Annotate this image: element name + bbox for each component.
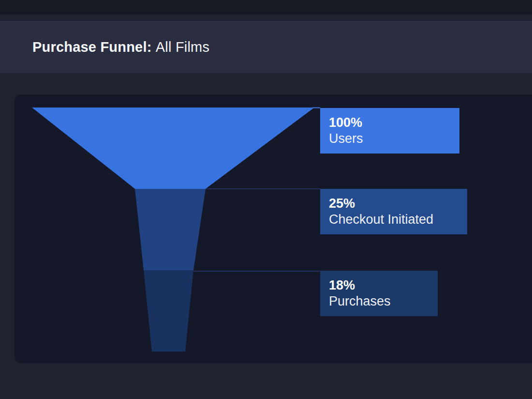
stage-percent: 25%: [329, 196, 458, 212]
stage-name: Purchases: [329, 293, 429, 309]
funnel-segment-checkout-initiated[interactable]: [135, 189, 206, 270]
stage-name: Users: [329, 131, 451, 147]
funnel-label-users[interactable]: 100% Users: [320, 108, 459, 153]
stage-name: Checkout Initiated: [329, 212, 458, 228]
funnel-label-checkout-initiated[interactable]: 25% Checkout Initiated: [320, 189, 467, 234]
stage-percent: 100%: [329, 115, 451, 131]
funnel-segment-purchases[interactable]: [144, 270, 193, 352]
funnel-segment-users[interactable]: [32, 107, 314, 189]
funnel-label-purchases[interactable]: 18% Purchases: [320, 271, 438, 316]
screen: Purchase Funnel: All Films 100% Users 25…: [0, 0, 532, 399]
stage-percent: 18%: [329, 277, 429, 293]
